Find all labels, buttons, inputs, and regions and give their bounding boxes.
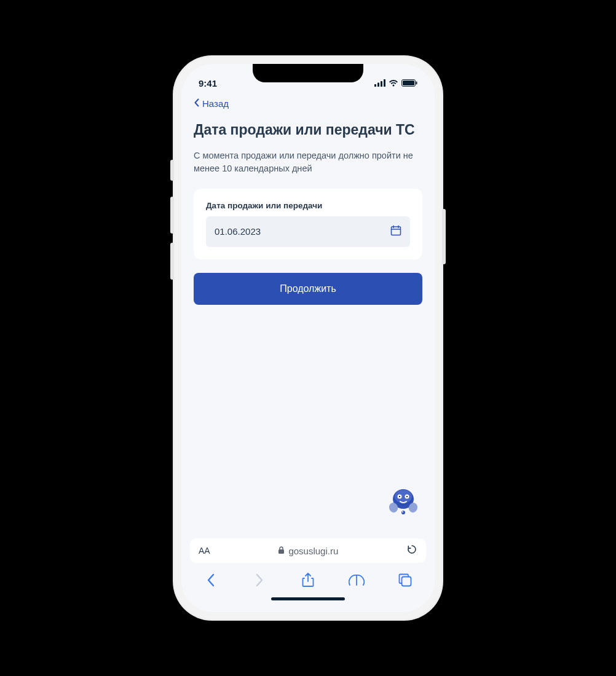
page-content: Назад Дата продажи или передачи ТС С мом… — [181, 93, 435, 533]
svg-rect-22 — [278, 549, 284, 554]
notch — [253, 64, 363, 82]
back-label: Назад — [202, 98, 229, 109]
url-text: gosuslugi.ru — [288, 546, 338, 556]
signal-icon — [374, 79, 385, 87]
tabs-button[interactable] — [397, 572, 413, 588]
date-value: 01.06.2023 — [215, 226, 261, 237]
svg-point-13 — [395, 490, 412, 503]
chatbot-button[interactable] — [384, 483, 422, 521]
share-button[interactable] — [300, 572, 316, 588]
phone-volume-up — [170, 197, 174, 234]
phone-volume-down — [170, 243, 174, 280]
text-size-button[interactable]: AА — [199, 546, 210, 556]
date-input[interactable]: 01.06.2023 — [206, 216, 410, 247]
svg-rect-5 — [403, 81, 414, 85]
reload-button[interactable] — [406, 544, 417, 557]
wifi-icon — [389, 79, 398, 87]
svg-point-16 — [399, 496, 400, 497]
svg-rect-6 — [416, 82, 417, 85]
date-field-label: Дата продажи или передачи — [206, 201, 410, 210]
phone-mute-switch — [170, 160, 174, 181]
svg-rect-3 — [384, 79, 385, 87]
bookmarks-button[interactable] — [349, 572, 365, 588]
chevron-left-icon — [194, 98, 200, 109]
svg-rect-23 — [402, 577, 411, 586]
lock-icon — [278, 546, 285, 556]
continue-label: Продолжить — [280, 283, 336, 294]
continue-button[interactable]: Продолжить — [194, 273, 422, 305]
back-button[interactable]: Назад — [194, 98, 229, 109]
home-indicator[interactable] — [181, 597, 435, 612]
date-card: Дата продажи или передачи 01.06.2023 — [194, 189, 422, 259]
phone-power-button — [442, 209, 446, 264]
svg-point-17 — [406, 496, 408, 497]
url-bar-container: AА gosuslugi.ru — [181, 533, 435, 563]
browser-toolbar — [181, 563, 435, 597]
svg-point-20 — [401, 511, 405, 514]
url-bar[interactable]: AА gosuslugi.ru — [190, 538, 426, 563]
svg-rect-2 — [381, 81, 382, 87]
battery-icon — [401, 79, 417, 87]
browser-forward-button[interactable] — [251, 572, 267, 588]
url-display: gosuslugi.ru — [218, 546, 399, 556]
calendar-icon — [390, 225, 401, 238]
svg-rect-0 — [374, 84, 376, 87]
svg-rect-1 — [377, 83, 379, 87]
svg-point-21 — [402, 511, 403, 513]
page-title: Дата продажи или передачи ТС — [194, 121, 422, 140]
phone-frame: 9:41 — [173, 55, 443, 621]
status-time: 9:41 — [199, 78, 217, 88]
svg-rect-7 — [392, 227, 401, 235]
screen: 9:41 — [181, 64, 435, 612]
browser-back-button[interactable] — [203, 572, 219, 588]
page-subtitle: С момента продажи или передачи должно пр… — [194, 149, 422, 175]
